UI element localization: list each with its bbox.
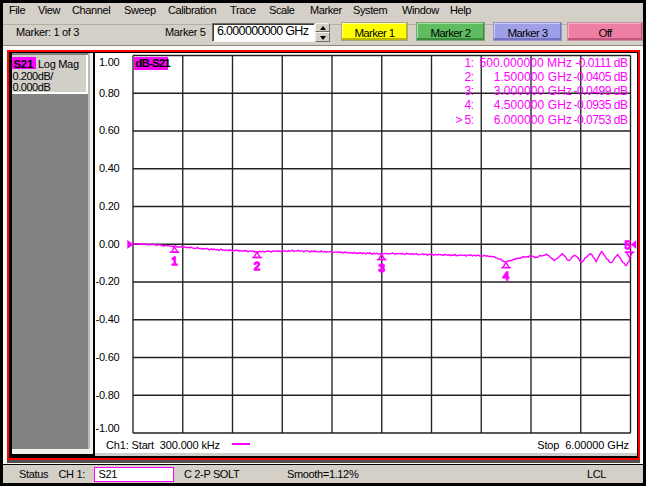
svg-text:1: 1	[171, 255, 177, 267]
svg-text:2: 2	[254, 260, 260, 272]
svg-text:5: 5	[624, 239, 630, 251]
svg-text:4: 4	[503, 270, 510, 282]
svg-text:3: 3	[378, 262, 384, 274]
